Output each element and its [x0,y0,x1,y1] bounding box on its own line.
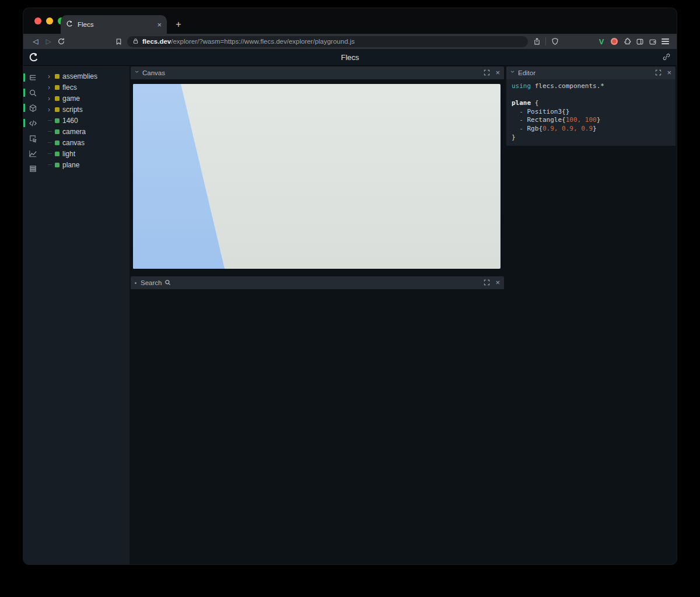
canvas-panel-header: › Canvas × [131,66,504,79]
code-line: } [512,134,670,142]
chevron-down-icon[interactable]: › [510,71,515,75]
tree-item-plane[interactable]: plane [42,159,130,170]
expand-panel-icon[interactable] [655,69,662,77]
browser-tab[interactable]: Flecs × [61,15,167,34]
tree-item-label: assemblies [62,72,97,80]
code-line [512,91,670,100]
menu-icon[interactable] [659,36,671,47]
close-panel-icon[interactable]: × [495,69,500,76]
toolbar-divider [545,37,546,45]
editor-panel: › Editor × using flecs.components.* plan… [506,66,676,146]
search-panel: Search × [131,276,504,289]
entity-square-icon [55,141,60,145]
tree-item-assemblies[interactable]: ›assemblies [42,71,130,82]
canvas-panel: › Canvas × [131,66,504,269]
tree-guide-line [48,131,52,132]
back-button[interactable]: ◁ [29,36,42,47]
tree-item-label: light [62,150,75,158]
close-window-button[interactable] [34,17,41,24]
chart-icon[interactable] [23,146,42,161]
editor-code[interactable]: using flecs.components.* plane { - Posit… [506,79,676,146]
code-icon[interactable] [23,115,42,131]
expand-panel-icon[interactable] [484,279,490,287]
entity-tree: ›assemblies›flecs›game›scripts1460camera… [42,66,130,564]
expand-panel-icon[interactable] [484,69,490,77]
tree-item-camera[interactable]: camera [42,126,130,137]
search-icon[interactable] [23,85,42,100]
tree-item-label: canvas [62,139,85,147]
collapsed-indicator-icon[interactable] [135,282,136,284]
url-text: flecs.dev/explorer/?wasm=https://www.fle… [142,38,355,45]
tree-item-scripts[interactable]: ›scripts [42,104,130,115]
code-line: plane { [512,99,670,108]
entity-square-icon [55,152,60,156]
page-title: Flecs [23,49,677,65]
extensions-puzzle-icon[interactable] [621,36,634,47]
tree-guide-line [48,142,52,143]
tab-close-icon[interactable]: × [157,21,162,29]
tree-item-label: camera [62,128,86,136]
lock-icon [132,36,139,47]
expand-chevron-icon[interactable]: › [48,73,52,79]
address-bar[interactable]: flecs.dev/explorer/?wasm=https://www.fle… [127,36,528,47]
search-panel-header: Search × [131,276,504,289]
inspect-icon[interactable] [23,131,42,146]
desktop-background: Flecs × + ◁ ▷ flecs.dev/explorer/?wasm=h… [0,0,700,597]
editor-panel-header: › Editor × [506,66,676,79]
code-line: - Position3{} [512,108,670,117]
rows-icon[interactable] [23,161,42,176]
expand-chevron-icon[interactable]: › [48,107,52,113]
canvas-viewport[interactable] [133,84,501,269]
tab-title: Flecs [78,21,153,28]
tab-strip: Flecs × + [23,8,677,34]
tree-item-label: flecs [62,83,77,92]
tree-item-flecs[interactable]: ›flecs [42,82,130,93]
canvas-panel-title: Canvas [142,69,165,76]
close-panel-icon[interactable]: × [495,279,500,286]
expand-chevron-icon[interactable]: › [48,85,52,90]
wallet-icon[interactable] [646,36,659,47]
code-line: using flecs.components.* [512,82,670,91]
cube-icon[interactable] [23,100,42,115]
tree-item-light[interactable]: light [42,148,130,159]
entity-square-icon [55,118,60,123]
tree-guide-line [48,153,52,154]
chevron-down-icon[interactable]: › [135,71,139,75]
tree-icon[interactable] [23,70,42,85]
tree-item-1460[interactable]: 1460 [42,115,130,126]
tree-item-game[interactable]: ›game [42,93,130,104]
expand-chevron-icon[interactable]: › [48,96,52,101]
minimize-window-button[interactable] [46,17,53,24]
new-tab-button[interactable]: + [173,19,184,30]
code-line: - Rectangle{100, 100} [512,116,670,125]
module-square-icon [55,74,60,79]
main-content: › Canvas × [130,66,677,564]
forward-button[interactable]: ▷ [42,36,55,47]
code-line: - Rgb{0.9, 0.9, 0.9} [512,125,670,134]
editor-panel-title: Editor [518,69,536,76]
brave-shield-icon[interactable] [548,36,561,47]
share-icon[interactable] [530,36,543,47]
entity-square-icon [55,129,60,134]
tree-item-label: 1460 [62,117,78,125]
red-dot-icon [611,38,618,45]
tree-item-canvas[interactable]: canvas [42,137,130,148]
share-link-icon[interactable] [662,52,671,64]
app-body: ›assemblies›flecs›game›scripts1460camera… [23,66,677,564]
sidebar-toggle-icon[interactable] [634,36,646,47]
extension-red-icon[interactable] [608,36,621,47]
browser-window: Flecs × + ◁ ▷ flecs.dev/explorer/?wasm=h… [23,8,677,564]
magnifier-icon [164,279,171,287]
module-square-icon [55,107,60,112]
icon-sidebar [23,66,42,564]
close-panel-icon[interactable]: × [667,69,671,76]
bookmark-icon[interactable] [112,36,125,47]
tree-guide-line [48,120,52,121]
reload-button[interactable] [55,36,68,47]
module-square-icon [55,96,60,101]
browser-toolbar: ◁ ▷ flecs.dev/explorer/?wasm=https://www… [23,34,677,49]
module-square-icon [55,85,60,90]
extension-v-icon[interactable]: V [595,36,608,47]
flecs-favicon-icon [66,19,74,30]
tree-item-label: scripts [62,106,83,114]
